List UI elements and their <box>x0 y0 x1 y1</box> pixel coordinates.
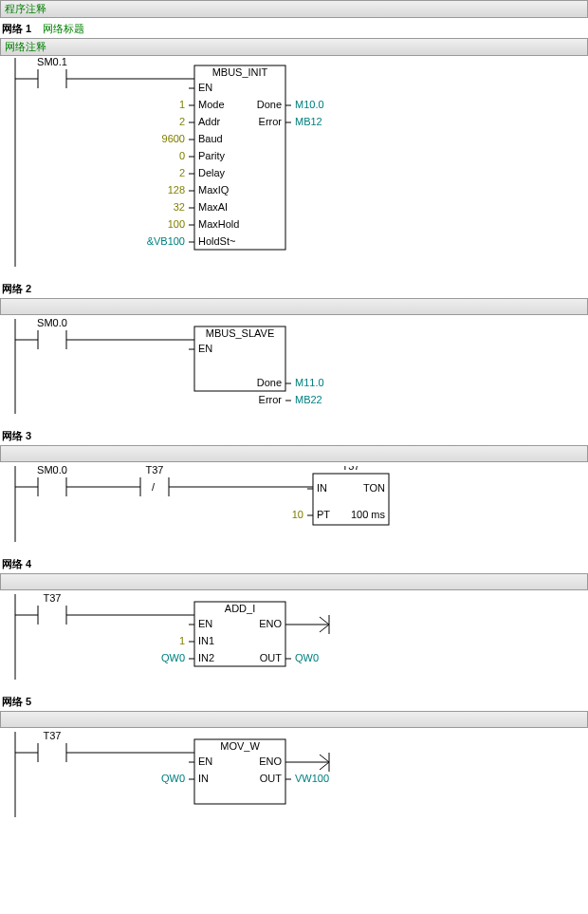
svg-text:MaxIQ: MaxIQ <box>198 184 230 196</box>
svg-text:2: 2 <box>179 167 185 178</box>
svg-text:IN2: IN2 <box>198 652 214 663</box>
svg-text:QW0: QW0 <box>161 652 185 663</box>
network-bar <box>0 573 588 590</box>
svg-text:PT: PT <box>317 509 330 520</box>
svg-text:EN: EN <box>198 82 212 93</box>
svg-text:SM0.0: SM0.0 <box>37 319 67 328</box>
svg-text:/: / <box>152 481 156 493</box>
network-title: 网络 4 <box>0 555 588 573</box>
svg-text:M11.0: M11.0 <box>295 377 324 388</box>
svg-text:32: 32 <box>174 201 185 213</box>
network-title: 网络 3 <box>0 427 588 445</box>
svg-text:VW100: VW100 <box>295 773 329 784</box>
svg-text:T37: T37 <box>44 732 62 741</box>
svg-text:Baud: Baud <box>198 133 223 144</box>
svg-text:1: 1 <box>179 99 185 110</box>
program-comment-bar: 程序注释 <box>0 0 588 18</box>
svg-text:1: 1 <box>179 635 185 646</box>
svg-text:SM0.0: SM0.0 <box>37 466 67 476</box>
svg-text:QW0: QW0 <box>161 773 185 784</box>
svg-text:TON: TON <box>363 482 385 494</box>
svg-text:MB12: MB12 <box>295 116 322 127</box>
svg-text:SM0.1: SM0.1 <box>37 58 67 67</box>
svg-text:MBUS_SLAVE: MBUS_SLAVE <box>206 327 275 339</box>
svg-text:MBUS_INIT: MBUS_INIT <box>212 66 268 78</box>
network-bar <box>0 711 588 728</box>
svg-text:ENO: ENO <box>259 755 282 767</box>
svg-text:Done: Done <box>257 377 282 388</box>
svg-text:HoldSt~: HoldSt~ <box>198 235 235 247</box>
svg-text:OUT: OUT <box>260 652 283 663</box>
svg-text:Error: Error <box>259 116 283 127</box>
svg-line-104 <box>320 617 329 625</box>
network-bar <box>0 298 588 315</box>
svg-text:0: 0 <box>179 150 185 161</box>
svg-text:T37: T37 <box>146 466 164 476</box>
svg-text:Delay: Delay <box>198 167 226 178</box>
svg-text:EN: EN <box>198 618 212 629</box>
svg-text:100 ms: 100 ms <box>351 509 386 520</box>
svg-text:MaxHold: MaxHold <box>198 218 239 230</box>
svg-text:IN: IN <box>198 773 209 784</box>
network-comment-bar: 网络注释 <box>0 38 588 56</box>
svg-text:M10.0: M10.0 <box>295 99 324 110</box>
svg-text:MaxAI: MaxAI <box>198 201 228 213</box>
svg-text:IN: IN <box>317 482 327 494</box>
svg-line-127 <box>320 755 329 762</box>
network-bar <box>0 445 588 462</box>
svg-text:Error: Error <box>259 394 283 405</box>
svg-text:MB22: MB22 <box>295 394 322 405</box>
svg-text:9600: 9600 <box>162 133 185 144</box>
svg-text:Done: Done <box>257 99 282 110</box>
svg-text:2: 2 <box>179 116 185 127</box>
svg-text:ENO: ENO <box>259 618 282 629</box>
svg-text:Addr: Addr <box>198 116 221 127</box>
svg-text:100: 100 <box>168 218 185 230</box>
ladder-rung: T37ADD_IENIN11IN2QW0ENOOUTQW0 <box>0 594 588 680</box>
network-title: 网络 2 <box>0 280 588 298</box>
svg-text:Mode: Mode <box>198 99 225 110</box>
ladder-rung: SM0.0MBUS_SLAVEENDoneM11.0ErrorMB22 <box>0 319 588 414</box>
svg-text:T37: T37 <box>342 466 360 472</box>
svg-text:ADD_I: ADD_I <box>225 603 255 614</box>
svg-text:128: 128 <box>168 184 185 196</box>
svg-text:EN: EN <box>198 755 212 767</box>
svg-text:EN: EN <box>198 343 212 354</box>
svg-text:OUT: OUT <box>260 773 283 784</box>
svg-text:IN1: IN1 <box>198 635 214 646</box>
svg-text:&VB100: &VB100 <box>147 235 185 247</box>
svg-text:Parity: Parity <box>198 150 226 161</box>
ladder-rung: T37MOV_WENINQW0ENOOUTVW100 <box>0 732 588 817</box>
network-title: 网络 5 <box>0 693 588 711</box>
svg-line-105 <box>320 625 329 632</box>
svg-text:10: 10 <box>292 509 303 520</box>
svg-text:T37: T37 <box>44 594 62 604</box>
svg-text:QW0: QW0 <box>295 652 319 663</box>
ladder-rung: SM0.1MBUS_INITENMode1Addr2Baud9600Parity… <box>0 58 588 267</box>
svg-line-128 <box>320 762 329 770</box>
svg-text:MOV_W: MOV_W <box>220 740 260 752</box>
network-title: 网络 1网络标题 <box>0 20 588 38</box>
ladder-rung: SM0.0/T37T37INTONPT10100 ms <box>0 466 588 542</box>
